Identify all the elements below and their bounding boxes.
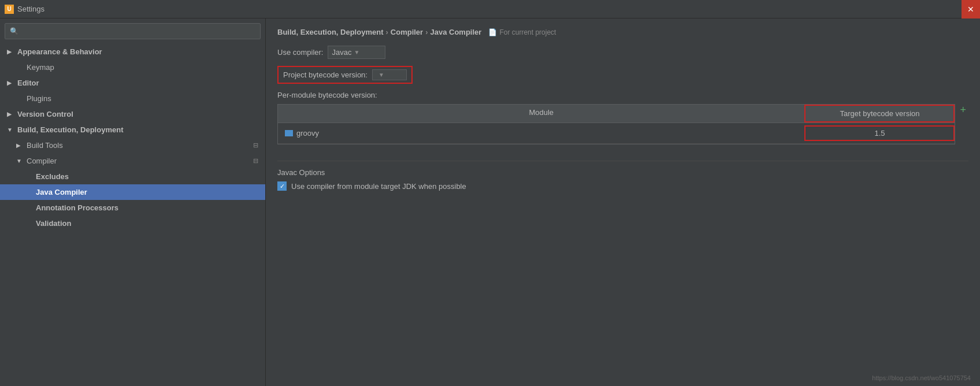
project-bytecode-section: Project bytecode version: ▼	[277, 66, 413, 84]
use-compiler-row: Use compiler: Javac ▼	[277, 46, 968, 59]
arrow-icon: ▼	[7, 127, 14, 133]
sidebar-item-label: Keymap	[27, 63, 54, 72]
content-area: Build, Execution, Deployment › Compiler …	[266, 18, 980, 386]
add-module-button[interactable]: +	[957, 104, 968, 116]
sidebar-item-appearance[interactable]: ▶ Appearance & Behavior	[0, 44, 265, 60]
badge-icon: ⊟	[253, 157, 258, 165]
app-icon: U	[5, 5, 14, 14]
version-cell: 1.5	[804, 125, 955, 141]
module-name: groovy	[296, 129, 319, 138]
breadcrumb-separator-1: ›	[385, 28, 388, 36]
search-icon: 🔍	[10, 27, 18, 35]
bytecode-version-select[interactable]: ▼	[372, 69, 407, 80]
sidebar-item-validation[interactable]: Validation	[0, 216, 265, 231]
search-box[interactable]: 🔍	[5, 23, 261, 39]
compiler-select[interactable]: Javac ▼	[328, 46, 385, 59]
title-bar: U Settings ✕	[0, 0, 980, 18]
badge-icon: ⊟	[253, 142, 258, 149]
sidebar-item-editor[interactable]: ▶ Editor	[0, 75, 265, 91]
project-badge: 📄 For current project	[488, 28, 556, 36]
sidebar-item-label: Annotation Processors	[36, 203, 118, 212]
sidebar-item-keymap[interactable]: Keymap	[0, 60, 265, 75]
sidebar-item-label: Validation	[36, 219, 71, 228]
use-compiler-checkbox-row: ✓ Use compiler from module target JDK wh…	[277, 181, 968, 191]
compiler-value: Javac	[332, 48, 351, 57]
sidebar-item-plugins[interactable]: Plugins	[0, 91, 265, 106]
dropdown-arrow-icon: ▼	[354, 49, 359, 55]
per-module-bytecode-label: Per-module bytecode version:	[277, 91, 968, 99]
search-input[interactable]	[21, 27, 255, 36]
main-container: 🔍 ▶ Appearance & Behavior Keymap ▶ Edito…	[0, 18, 980, 386]
sidebar-item-label: Compiler	[27, 157, 57, 165]
arrow-icon: ▶	[7, 111, 14, 117]
breadcrumb: Build, Execution, Deployment › Compiler …	[277, 28, 968, 36]
sidebar-item-label: Build Tools	[27, 141, 63, 150]
arrow-icon: ▶	[7, 49, 14, 55]
table-header: Module Target bytecode version	[278, 105, 955, 123]
sidebar: 🔍 ▶ Appearance & Behavior Keymap ▶ Edito…	[0, 18, 266, 386]
divider	[277, 161, 968, 161]
project-badge-text: For current project	[499, 28, 556, 36]
module-cell: groovy	[278, 127, 804, 140]
sidebar-item-excludes[interactable]: Excludes	[0, 169, 265, 184]
use-compiler-label: Use compiler:	[277, 48, 323, 57]
project-bytecode-label: Project bytecode version:	[283, 70, 368, 79]
arrow-icon: ▶	[7, 80, 14, 86]
sidebar-item-build-execution[interactable]: ▼ Build, Execution, Deployment	[0, 122, 265, 138]
breadcrumb-part-3: Java Compiler	[430, 28, 482, 36]
sidebar-item-compiler[interactable]: ▼ Compiler ⊟	[0, 153, 265, 169]
bytecode-table: Module Target bytecode version groovy 1.…	[277, 104, 955, 144]
breadcrumb-part-1: Build, Execution, Deployment	[277, 28, 383, 36]
module-column-header: Module	[278, 105, 804, 123]
arrow-icon: ▼	[16, 158, 23, 164]
version-column-header: Target bytecode version	[804, 105, 955, 123]
window-title: Settings	[17, 5, 44, 13]
table-row: groovy 1.5	[278, 123, 955, 144]
sidebar-item-label: Appearance & Behavior	[17, 47, 102, 56]
arrow-icon: ▶	[16, 142, 23, 149]
checkbox-checked-icon[interactable]: ✓	[277, 181, 287, 191]
breadcrumb-part-2: Compiler	[391, 28, 423, 36]
use-compiler-checkbox-label: Use compiler from module target JDK when…	[291, 182, 466, 191]
sidebar-item-label: Java Compiler	[36, 188, 87, 196]
dropdown-arrow-icon: ▼	[378, 72, 384, 78]
sidebar-item-label: Excludes	[36, 172, 69, 181]
sidebar-item-label: Editor	[17, 79, 39, 87]
javac-options-label: Javac Options	[277, 168, 968, 177]
close-button[interactable]: ✕	[962, 0, 980, 18]
project-badge-icon: 📄	[488, 28, 497, 36]
sidebar-item-java-compiler[interactable]: Java Compiler	[0, 184, 265, 200]
sidebar-item-label: Plugins	[27, 94, 51, 103]
sidebar-item-label: Build, Execution, Deployment	[17, 125, 123, 134]
module-folder-icon	[285, 130, 293, 136]
sidebar-item-version-control[interactable]: ▶ Version Control	[0, 106, 265, 122]
sidebar-item-build-tools[interactable]: ▶ Build Tools ⊟	[0, 138, 265, 153]
breadcrumb-separator-2: ›	[425, 28, 428, 36]
watermark: https://blog.csdn.net/wo541075754	[872, 374, 971, 381]
sidebar-item-label: Version Control	[17, 110, 73, 118]
sidebar-item-annotation-processors[interactable]: Annotation Processors	[0, 200, 265, 216]
